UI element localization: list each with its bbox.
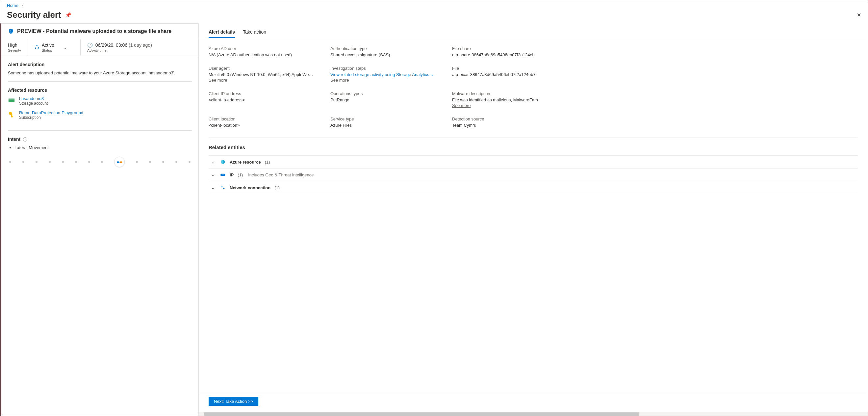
field-client-ip: Client IP address <client-ip-address> (209, 91, 320, 108)
status-metric[interactable]: Active Status ⌄ (28, 39, 81, 56)
pin-icon[interactable]: 📌 (65, 12, 71, 18)
page-title: Security alert 📌 (7, 10, 71, 20)
tabs: Alert details Take action (199, 23, 868, 38)
ip-icon: ••• (220, 172, 226, 178)
svg-rect-2 (8, 99, 14, 100)
kill-chain-active-step (114, 157, 125, 167)
shield-icon (8, 28, 14, 34)
chevron-down-icon: ⌄ (211, 173, 216, 177)
entity-network-connection[interactable]: ⌄ Network connection (1) (209, 181, 858, 194)
alert-title: PREVIEW - Potential malware uploaded to … (1, 24, 198, 39)
chevron-down-icon: ⌄ (211, 159, 216, 165)
network-icon (220, 185, 226, 190)
left-panel: PREVIEW - Potential malware uploaded to … (0, 23, 198, 416)
field-user-agent: User agent Mozilla/5.0 (Windows NT 10.0;… (209, 66, 320, 83)
svg-point-0 (35, 46, 39, 49)
affected-resource-section: Affected resource hasandemo3 Storage acc… (1, 82, 198, 130)
footer: Next: Take Action >> (199, 393, 868, 412)
lateral-movement-icon (117, 159, 122, 165)
field-ops-types: Operations types PutRange (330, 91, 442, 108)
horizontal-scrollbar[interactable] (199, 412, 868, 416)
severity-metric: High Severity (1, 39, 28, 56)
entity-azure-resource[interactable]: ⌄ Azure resource (1) (209, 155, 858, 168)
right-panel: Alert details Take action Azure AD user … (198, 23, 868, 416)
close-icon[interactable]: ✕ (857, 12, 861, 18)
related-entities-section: Related entities ⌄ Azure resource (1) ⌄ … (209, 138, 858, 194)
key-icon (8, 111, 15, 118)
field-service-type: Service type Azure Files (330, 117, 442, 128)
breadcrumb: Home › (0, 0, 868, 8)
svg-rect-7 (120, 161, 122, 163)
intent-item: Lateral Movement (14, 145, 192, 150)
alert-description-section: Alert description Someone has uploaded p… (1, 56, 198, 81)
cube-icon (220, 159, 226, 165)
see-more-link[interactable]: See more (209, 78, 227, 83)
investigation-link[interactable]: View related storage activity using Stor… (330, 72, 442, 77)
svg-rect-5 (11, 117, 13, 118)
kill-chain (8, 157, 192, 167)
chevron-down-icon: ⌄ (63, 45, 67, 50)
info-icon[interactable]: i (23, 137, 27, 142)
see-more-link[interactable]: See more (330, 78, 349, 83)
breadcrumb-home-link[interactable]: Home (7, 3, 19, 8)
next-take-action-button[interactable]: Next: Take Action >> (209, 397, 258, 406)
svg-rect-6 (117, 161, 119, 163)
see-more-link[interactable]: See more (452, 103, 470, 108)
field-detection-source: Detection source Team Cymru (452, 117, 564, 128)
chevron-down-icon: ⌄ (211, 185, 216, 190)
details-grid: Azure AD user N/A (Azure AD authenticati… (209, 46, 858, 128)
clock-icon: 🕐 (87, 42, 93, 48)
storage-icon (8, 97, 15, 104)
svg-text:•••: ••• (222, 174, 224, 176)
chevron-right-icon: › (21, 3, 23, 8)
entity-ip[interactable]: ⌄ ••• IP (1) Includes Geo & Threat Intel… (209, 168, 858, 181)
metrics-row: High Severity Active Status ⌄ 🕐 06/29/20… (1, 39, 198, 56)
intent-section: Intent i Lateral Movement (1, 131, 198, 173)
field-investigation: Investigation steps View related storage… (330, 66, 442, 83)
active-status-icon (35, 45, 39, 50)
field-auth-type: Authentication type Shared access signat… (330, 46, 442, 57)
field-file: File atp-eicar-38647a8d69a5496eb07f2a124… (452, 66, 564, 83)
tab-alert-details[interactable]: Alert details (209, 29, 235, 38)
storage-resource[interactable]: hasandemo3 Storage account (8, 96, 192, 106)
time-metric: 🕐 06/29/20, 03:06 (1 day ago) Activity t… (81, 39, 198, 56)
field-client-location: Client location <client-location> (209, 117, 320, 128)
subscription-resource[interactable]: Rome-DataProtection-Playground Subscript… (8, 110, 192, 120)
field-azure-ad-user: Azure AD user N/A (Azure AD authenticati… (209, 46, 320, 57)
tab-take-action[interactable]: Take action (243, 29, 266, 38)
field-file-share: File share atp-share-38647a8d69a5496eb07… (452, 46, 564, 57)
field-malware-desc: Malware description File was identified … (452, 91, 564, 108)
